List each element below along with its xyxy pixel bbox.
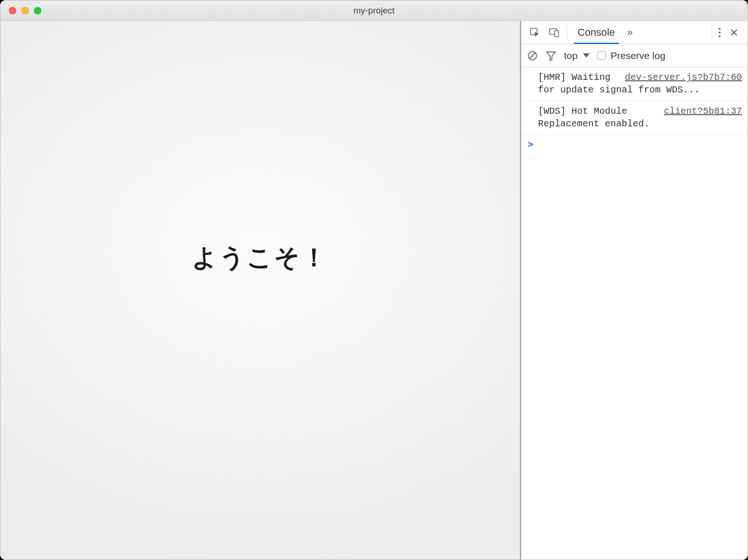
close-devtools-icon[interactable] — [724, 23, 744, 42]
devtools-panel: Console » — [520, 21, 748, 560]
filter-icon[interactable] — [545, 46, 557, 65]
app-window: my-project ようこそ！ Console » — [0, 0, 748, 560]
log-source-link[interactable]: dev-server.js?b7b7:60 — [625, 71, 742, 84]
titlebar: my-project — [0, 0, 748, 21]
preserve-log-label: Preserve log — [610, 50, 665, 61]
console-toolbar: top Preserve log — [521, 44, 748, 67]
minimize-window-button[interactable] — [21, 7, 29, 14]
window-controls — [0, 7, 41, 14]
zoom-window-button[interactable] — [34, 7, 41, 14]
devtools-menu-icon[interactable] — [715, 28, 724, 37]
log-entry: dev-server.js?b7b7:60 [HMR] Waiting for … — [521, 67, 748, 101]
chevron-down-icon — [583, 53, 590, 58]
log-source-link[interactable]: client?5b81:37 — [664, 105, 742, 117]
more-tabs-icon[interactable]: » — [623, 26, 635, 39]
context-selector[interactable]: top — [564, 50, 590, 61]
svg-rect-2 — [555, 31, 558, 37]
console-log: dev-server.js?b7b7:60 [HMR] Waiting for … — [521, 67, 748, 560]
console-prompt[interactable]: > — [521, 135, 748, 153]
preserve-log-checkbox[interactable] — [597, 51, 606, 60]
context-selector-label: top — [564, 50, 577, 61]
toggle-device-toolbar-icon[interactable] — [545, 23, 564, 42]
preserve-log-toggle[interactable]: Preserve log — [597, 50, 665, 61]
content-pane: ようこそ！ — [0, 21, 520, 560]
log-message: [WDS] Hot Module Replacement enabled. — [538, 106, 650, 129]
inspect-element-icon[interactable] — [525, 23, 545, 42]
separator — [712, 26, 712, 39]
separator — [567, 26, 567, 39]
window-title: my-project — [0, 6, 748, 16]
close-window-button[interactable] — [9, 7, 16, 14]
tab-console-label: Console — [577, 26, 615, 39]
tab-console[interactable]: Console — [570, 21, 623, 44]
window-body: ようこそ！ Console » — [0, 21, 748, 560]
welcome-heading: ようこそ！ — [192, 241, 328, 275]
log-entry: client?5b81:37 [WDS] Hot Module Replacem… — [521, 101, 748, 135]
clear-console-icon[interactable] — [527, 46, 538, 65]
devtools-tabbar: Console » — [521, 21, 748, 44]
